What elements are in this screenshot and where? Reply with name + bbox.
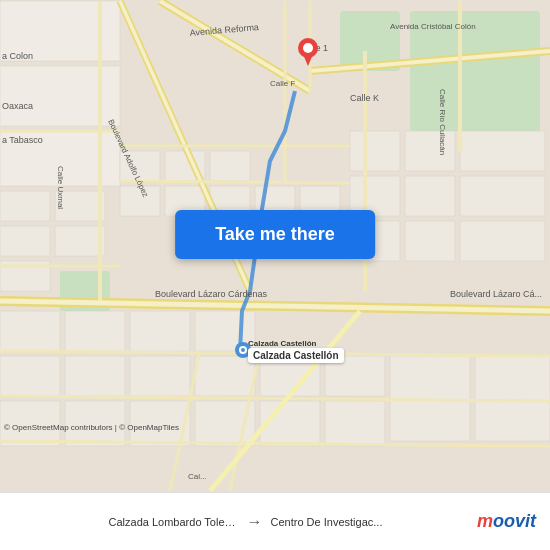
moovit-logo-rest: oovit (493, 511, 536, 531)
svg-marker-86 (302, 52, 314, 66)
svg-rect-25 (460, 176, 545, 216)
osm-attribution: © OpenStreetMap contributors | © OpenMap… (4, 423, 179, 432)
svg-rect-33 (0, 356, 60, 396)
moovit-logo: moovit (477, 511, 536, 532)
svg-text:Boulevard Lázaro Cá...: Boulevard Lázaro Cá... (450, 289, 542, 299)
svg-rect-46 (475, 356, 550, 441)
svg-text:Avenida Cristóbal Colón: Avenida Cristóbal Colón (390, 22, 476, 31)
svg-rect-20 (350, 131, 400, 171)
svg-rect-24 (405, 176, 455, 216)
svg-point-90 (241, 348, 245, 352)
svg-text:Calle Río Culiacán: Calle Río Culiacán (438, 89, 447, 155)
svg-text:Calzada Castellón: Calzada Castellón (248, 339, 317, 348)
svg-rect-30 (65, 311, 125, 351)
svg-rect-7 (0, 191, 50, 221)
svg-rect-14 (210, 151, 250, 181)
take-me-there-button[interactable]: Take me there (175, 210, 375, 259)
moovit-logo-m: m (477, 511, 493, 531)
svg-text:a Tabasco: a Tabasco (2, 135, 43, 145)
svg-rect-44 (325, 401, 385, 446)
svg-rect-35 (130, 356, 190, 396)
svg-line-62 (120, 181, 350, 183)
origin-callout-label: Calzada Castellón (248, 348, 344, 363)
origin-callout-text: Calzada Castellón (253, 350, 339, 361)
destination-label: Centro De Investigac... (271, 516, 383, 528)
svg-text:Calle K: Calle K (350, 93, 379, 103)
svg-rect-40 (195, 401, 255, 446)
app: Avenida Reforma Avenida Cristóbal Colón … (0, 0, 550, 550)
svg-rect-27 (405, 221, 455, 261)
route-info: Calzada Lombardo Toledo... → Centro De I… (14, 513, 477, 531)
svg-text:Calle Uxmal: Calle Uxmal (56, 166, 65, 209)
origin-label: Calzada Lombardo Toledo... (109, 516, 239, 528)
svg-text:Oaxaca: Oaxaca (2, 101, 33, 111)
svg-text:Calle F: Calle F (270, 79, 295, 88)
bottom-bar: Calzada Lombardo Toledo... → Centro De I… (0, 492, 550, 550)
svg-text:Cal...: Cal... (188, 472, 207, 481)
svg-rect-22 (460, 131, 545, 171)
svg-rect-31 (130, 311, 190, 351)
svg-rect-9 (0, 226, 50, 256)
svg-rect-28 (460, 221, 545, 261)
arrow-icon: → (247, 513, 263, 531)
svg-rect-34 (65, 356, 125, 396)
map-container: Avenida Reforma Avenida Cristóbal Colón … (0, 0, 550, 492)
svg-text:a Colon: a Colon (2, 51, 33, 61)
svg-rect-29 (0, 311, 60, 351)
svg-text:Boulevard Lázaro Cárdenas: Boulevard Lázaro Cárdenas (155, 289, 268, 299)
svg-rect-10 (55, 226, 105, 256)
svg-point-87 (303, 43, 313, 53)
svg-rect-36 (195, 356, 255, 396)
destination-pin (298, 38, 318, 70)
